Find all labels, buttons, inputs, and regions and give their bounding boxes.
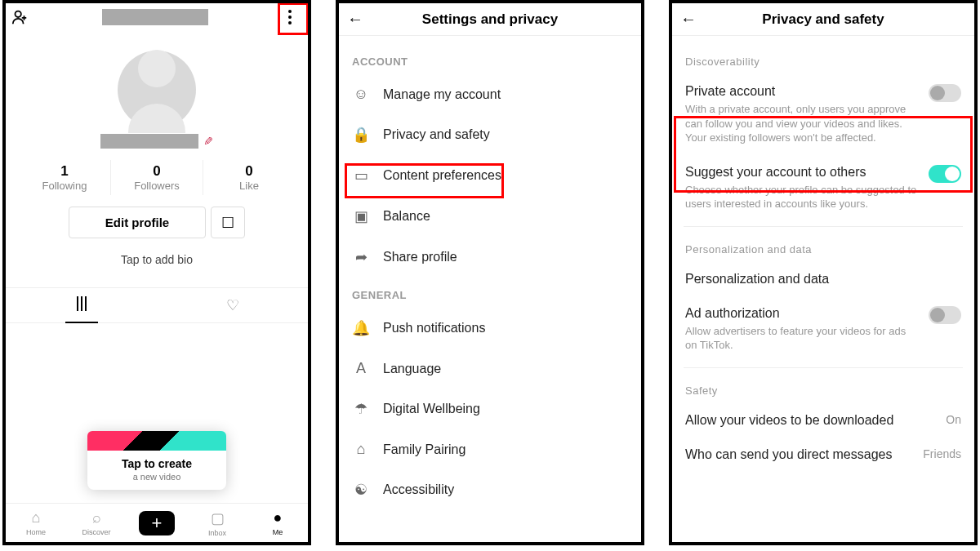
item-share-profile[interactable]: ➦Share profile bbox=[339, 237, 641, 278]
accessibility-icon: ☯ bbox=[352, 481, 370, 499]
back-icon[interactable]: ← bbox=[347, 10, 372, 29]
section-personalization: Personalization and data bbox=[672, 232, 974, 262]
vertical-dots-icon bbox=[288, 10, 292, 24]
person-icon: ☺ bbox=[352, 86, 370, 103]
item-allow-downloads[interactable]: Allow your videos to be downloaded On bbox=[672, 403, 974, 438]
like-stat[interactable]: 0Like bbox=[203, 160, 295, 195]
language-icon: A bbox=[352, 360, 370, 377]
bell-icon: 🔔 bbox=[352, 319, 370, 337]
item-language[interactable]: ALanguage bbox=[339, 349, 641, 389]
settings-title: Settings and privacy bbox=[372, 11, 608, 28]
home-icon: ⌂ bbox=[32, 509, 41, 527]
item-digital-wellbeing[interactable]: ☂Digital Wellbeing bbox=[339, 389, 641, 429]
share-icon: ➦ bbox=[352, 248, 370, 266]
item-push-notifications[interactable]: 🔔Push notifications bbox=[339, 308, 641, 349]
item-family-pairing[interactable]: ⌂Family Pairing bbox=[339, 429, 641, 469]
privacy-title: Privacy and safety bbox=[705, 11, 942, 28]
settings-screen: ← Settings and privacy ACCOUNT ☺Manage m… bbox=[336, 0, 644, 545]
edit-name-icon[interactable]: ✎ bbox=[203, 135, 213, 148]
profile-screen: ✎ 1Following 0Followers 0Like Edit profi… bbox=[2, 0, 311, 545]
section-account: ACCOUNT bbox=[339, 44, 641, 74]
private-account-toggle[interactable] bbox=[929, 84, 961, 102]
item-content-preferences[interactable]: ▭Content preferences bbox=[339, 155, 641, 196]
private-account-title: Private account bbox=[685, 84, 920, 99]
adauth-desc: Allow advertisers to feature your videos… bbox=[685, 324, 920, 353]
item-accessibility[interactable]: ☯Accessibility bbox=[339, 469, 641, 510]
svg-point-0 bbox=[16, 11, 21, 17]
username-redacted bbox=[102, 9, 208, 25]
stats-row: 1Following 0Followers 0Like bbox=[6, 160, 308, 195]
avatar[interactable] bbox=[6, 26, 308, 129]
privacy-screen: ← Privacy and safety Discoverability Pri… bbox=[669, 0, 978, 545]
private-account-desc: With a private account, only users you a… bbox=[685, 102, 920, 145]
dm-value: Friends bbox=[923, 447, 961, 460]
suggest-desc: Choose whether your profile can be sugge… bbox=[685, 183, 920, 211]
tooltip-art bbox=[87, 431, 226, 451]
grid-icon bbox=[77, 296, 87, 314]
bookmark-button[interactable]: ☐ bbox=[211, 207, 245, 238]
back-icon[interactable]: ← bbox=[680, 10, 705, 29]
item-suggest-account[interactable]: Suggest your account to others Choose wh… bbox=[672, 155, 974, 221]
privacy-header: ← Privacy and safety bbox=[672, 3, 974, 36]
suggest-title: Suggest your account to others bbox=[685, 165, 920, 180]
tab-videos[interactable] bbox=[6, 288, 157, 322]
download-title: Allow your videos to be downloaded bbox=[685, 413, 938, 428]
section-general: GENERAL bbox=[339, 278, 641, 308]
bottom-nav: ⌂Home ⌕Discover + ▢Inbox ●Me bbox=[6, 503, 308, 542]
settings-header: ← Settings and privacy bbox=[339, 3, 641, 36]
adauth-title: Ad authorization bbox=[685, 306, 920, 321]
privacy-list[interactable]: Discoverability Private account With a p… bbox=[672, 36, 974, 542]
profile-topbar bbox=[6, 3, 308, 26]
followers-stat[interactable]: 0Followers bbox=[111, 160, 203, 195]
following-stat[interactable]: 1Following bbox=[19, 160, 111, 195]
bookmark-icon: ☐ bbox=[221, 214, 234, 232]
more-menu-button[interactable] bbox=[277, 10, 303, 24]
umbrella-icon: ☂ bbox=[352, 400, 370, 418]
person-icon: ● bbox=[274, 509, 283, 527]
item-balance[interactable]: ▣Balance bbox=[339, 196, 641, 237]
download-value: On bbox=[946, 413, 961, 426]
item-ad-authorization[interactable]: Ad authorization Allow advertisers to fe… bbox=[672, 296, 974, 362]
suggest-toggle[interactable] bbox=[929, 165, 961, 183]
heart-lock-icon: ♡ bbox=[226, 296, 239, 314]
search-icon: ⌕ bbox=[92, 509, 101, 527]
tooltip-title: Tap to create bbox=[104, 457, 210, 470]
personalization-title: Personalization and data bbox=[685, 272, 961, 287]
nav-inbox[interactable]: ▢Inbox bbox=[187, 509, 247, 537]
item-personalization-data[interactable]: Personalization and data bbox=[672, 262, 974, 296]
username-row: ✎ bbox=[6, 134, 308, 149]
add-bio-button[interactable]: Tap to add bio bbox=[6, 253, 308, 266]
plus-icon: + bbox=[139, 511, 175, 535]
content-tabs: ♡ bbox=[6, 287, 308, 323]
item-direct-messages[interactable]: Who can send you direct messages Friends bbox=[672, 438, 974, 472]
nav-home[interactable]: ⌂Home bbox=[6, 509, 66, 536]
nav-create[interactable]: + bbox=[127, 511, 187, 535]
section-discoverability: Discoverability bbox=[672, 44, 974, 74]
tooltip-sub: a new video bbox=[104, 472, 210, 482]
house-icon: ⌂ bbox=[352, 441, 370, 458]
nav-me[interactable]: ●Me bbox=[247, 509, 308, 536]
settings-list[interactable]: ACCOUNT ☺Manage my account 🔒Privacy and … bbox=[339, 36, 641, 542]
dm-title: Who can send you direct messages bbox=[685, 447, 915, 462]
inbox-icon: ▢ bbox=[211, 509, 225, 527]
wallet-icon: ▣ bbox=[352, 207, 370, 225]
video-icon: ▭ bbox=[352, 167, 370, 184]
item-privacy-safety[interactable]: 🔒Privacy and safety bbox=[339, 114, 641, 155]
item-private-account[interactable]: Private account With a private account, … bbox=[672, 74, 974, 155]
item-manage-account[interactable]: ☺Manage my account bbox=[339, 74, 641, 114]
add-user-icon[interactable] bbox=[11, 8, 33, 26]
nav-discover[interactable]: ⌕Discover bbox=[66, 509, 127, 536]
create-video-tooltip[interactable]: Tap to create a new video bbox=[87, 431, 226, 490]
lock-icon: 🔒 bbox=[352, 126, 370, 144]
tab-liked[interactable]: ♡ bbox=[157, 288, 308, 322]
handle-redacted bbox=[100, 134, 198, 149]
section-safety: Safety bbox=[672, 373, 974, 403]
edit-profile-button[interactable]: Edit profile bbox=[69, 207, 206, 238]
adauth-toggle[interactable] bbox=[929, 306, 961, 324]
